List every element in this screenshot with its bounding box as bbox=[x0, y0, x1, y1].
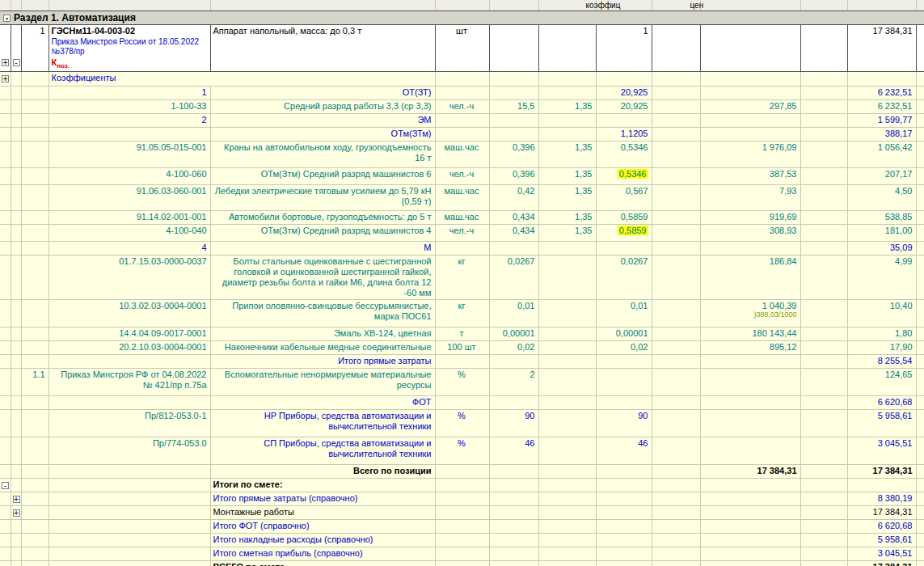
table-row[interactable]: 01.7.15.03-0000-0037Болты стальные оцинк… bbox=[0, 256, 924, 300]
cell-total: 8 380,19 bbox=[847, 492, 916, 505]
cell-position-number: 1 bbox=[21, 25, 49, 72]
expand-icon[interactable]: + bbox=[2, 75, 9, 82]
cell-qty-total bbox=[596, 242, 652, 256]
cell-number bbox=[21, 256, 49, 300]
cell-number bbox=[21, 409, 49, 437]
table-row[interactable]: 20.2.10.03-0004-0001Наконечники кабельны… bbox=[0, 340, 924, 354]
cell-spacer bbox=[652, 368, 700, 395]
collapse-icon[interactable]: - bbox=[3, 15, 11, 22]
cell-number bbox=[21, 211, 49, 225]
cell-name: Монтажные работы bbox=[210, 505, 435, 519]
cell-spacer bbox=[652, 128, 700, 142]
table-row[interactable]: Итого прямые затраты8 255,54 bbox=[0, 354, 924, 368]
cell-total: 5 958,61 bbox=[847, 533, 916, 547]
cell-qty-total bbox=[596, 368, 652, 395]
cell-spacer bbox=[652, 519, 700, 533]
collapse-icon[interactable]: - bbox=[2, 482, 9, 489]
cell-unit bbox=[435, 242, 489, 256]
cell-expander-1 bbox=[0, 142, 11, 168]
cell-name: Эмаль ХВ-124, цветная bbox=[210, 327, 435, 340]
table-row[interactable]: Итого сметная прибыль (справочно)3 045,5… bbox=[0, 547, 924, 560]
cell-unit bbox=[435, 354, 489, 368]
position-row[interactable]: +-1ГЭСНм11-04-003-02Приказ Минстроя Росс… bbox=[0, 25, 924, 72]
table-row[interactable]: 2ЭМ1 599,77 bbox=[0, 114, 924, 128]
cell-name: Средний разряд работы 3,3 (ср 3,3) bbox=[210, 100, 435, 114]
table-row[interactable]: Итого ФОТ (справочно)6 620,68 bbox=[0, 519, 924, 533]
cell-price bbox=[700, 354, 800, 368]
table-row[interactable]: 91.14.02-001-001Автомобили бортовые, гру… bbox=[0, 211, 924, 225]
cell-expander-1 bbox=[0, 409, 11, 437]
cell-qty-total: 0,00001 bbox=[596, 327, 652, 340]
cell-name: Автомобили бортовые, грузоподъемность: д… bbox=[210, 211, 435, 225]
cell-qty: 2 bbox=[489, 368, 538, 395]
cell-expander-2 bbox=[11, 128, 21, 142]
cell-qty bbox=[489, 72, 538, 87]
table-row[interactable]: 10.3.02.03-0004-0001Припои оловянно-свин… bbox=[0, 299, 924, 327]
expand-icon[interactable]: + bbox=[2, 59, 9, 66]
cell-price: 297,85 bbox=[700, 100, 800, 114]
cell-unit bbox=[435, 560, 489, 566]
cell-expander-1 bbox=[0, 464, 11, 478]
cell-qty: 0,00001 bbox=[489, 327, 538, 340]
table-row[interactable]: 4-100-060ОТм(Зтм) Средний разряд машинис… bbox=[0, 168, 924, 185]
table-row[interactable]: ВСЕГО по смете17 384,31 bbox=[0, 560, 924, 566]
cell-number bbox=[21, 168, 49, 185]
table-row[interactable]: 1.1Приказ Минстроя РФ от 04.08.2022 № 42… bbox=[0, 368, 924, 395]
cell-name: Итого накладные расходы (справочно) bbox=[210, 533, 435, 547]
expand-icon[interactable]: + bbox=[13, 496, 20, 503]
table-row[interactable]: Пр/774-053.0СП Приборы, средства автомат… bbox=[0, 437, 924, 464]
table-row[interactable]: +Итого прямые затраты (справочно)8 380,1… bbox=[0, 492, 924, 505]
cell-coeff: 1,35 bbox=[538, 225, 596, 242]
cell-spacer bbox=[652, 354, 700, 368]
k-flag-subscript: поз. bbox=[57, 63, 70, 70]
table-row[interactable]: Всего по позиции17 384,3117 384,31 bbox=[0, 464, 924, 478]
table-row[interactable]: 14.4.04.09-0017-0001Эмаль ХВ-124, цветна… bbox=[0, 327, 924, 340]
cell-name: Болты стальные оцинкованные с шестигранн… bbox=[210, 256, 435, 300]
cell-edge bbox=[916, 25, 924, 72]
table-row[interactable]: 4М35,09 bbox=[0, 242, 924, 256]
table-row[interactable]: 91.06.03-060-001Лебедки электрические тя… bbox=[0, 185, 924, 211]
cell-expander-2 bbox=[11, 533, 21, 547]
cell-coeff: 1,35 bbox=[538, 168, 596, 185]
cell-total: 10,40 bbox=[847, 299, 916, 327]
table-row[interactable]: +Коэффициенты bbox=[0, 72, 924, 87]
cell-qty: 0,02 bbox=[489, 340, 538, 354]
table-row[interactable]: ФОТ6 620,68 bbox=[0, 395, 924, 409]
cell-edge bbox=[916, 354, 924, 368]
table-row[interactable]: 1ОТ(ЗТ)20,9256 232,51 bbox=[0, 87, 924, 100]
cell-unit bbox=[435, 464, 489, 478]
cell-unit bbox=[435, 395, 489, 409]
cell-expander-1 bbox=[0, 256, 11, 300]
expand-icon[interactable]: + bbox=[13, 509, 20, 517]
cell-expander-1 bbox=[0, 327, 11, 340]
collapse-icon[interactable]: - bbox=[13, 59, 20, 66]
cell-name: Лебедки электрические тяговым усилием до… bbox=[210, 185, 435, 211]
cell-edge bbox=[916, 185, 924, 211]
table-row[interactable]: Итого накладные расходы (справочно)5 958… bbox=[0, 533, 924, 547]
cell-spacer bbox=[800, 142, 847, 168]
table-row[interactable]: +Монтажные работы17 384,31 bbox=[0, 505, 924, 519]
section-header-row[interactable]: -Раздел 1. Автоматизация bbox=[0, 11, 924, 25]
cell-expander-1 bbox=[0, 368, 11, 395]
table-row[interactable]: Пр/812-053.0-1НР Приборы, средства автом… bbox=[0, 409, 924, 437]
cell-name: Краны на автомобильном ходу, грузоподъем… bbox=[210, 142, 435, 168]
table-row[interactable]: ОТм(ЗТм)1,1205388,17 bbox=[0, 128, 924, 142]
cell-edge bbox=[916, 519, 924, 533]
cell-number bbox=[21, 225, 49, 242]
cell-spacer bbox=[652, 100, 700, 114]
cell-expander-1 bbox=[0, 547, 11, 560]
cell-price bbox=[700, 519, 800, 533]
position-order-reference: Приказ Минстроя России от 18.05.2022 №37… bbox=[52, 37, 207, 57]
cell-code: 91.06.03-060-001 bbox=[49, 185, 210, 211]
table-row[interactable]: -Итоги по смете: bbox=[0, 478, 924, 492]
cell-qty-total bbox=[596, 492, 652, 505]
cell-expander-2 bbox=[11, 395, 21, 409]
table-row[interactable]: 1-100-33Средний разряд работы 3,3 (ср 3,… bbox=[0, 100, 924, 114]
cell-name: М bbox=[210, 242, 435, 256]
table-row[interactable]: 91.05.05-015-001Краны на автомобильном х… bbox=[0, 142, 924, 168]
cell-price bbox=[700, 478, 800, 492]
cell-total: 35,09 bbox=[847, 242, 916, 256]
cell-coeff bbox=[538, 87, 596, 100]
cell-number bbox=[21, 505, 49, 519]
table-row[interactable]: 4-100-040ОТм(Зтм) Средний разряд машинис… bbox=[0, 225, 924, 242]
